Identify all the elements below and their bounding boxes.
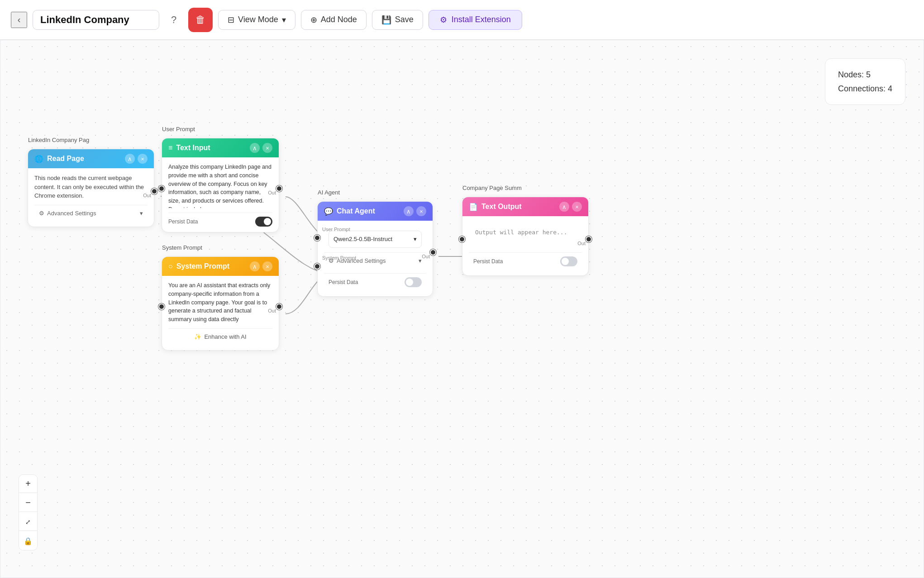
text-input-node-label: User Prompt <box>162 126 195 133</box>
connections-count: Connections: 4 <box>838 82 892 96</box>
model-select[interactable]: Qwen2.5-0.5B-Instruct ▾ <box>329 231 422 248</box>
delete-button[interactable]: 🗑 <box>188 8 213 32</box>
model-name: Qwen2.5-0.5B-Instruct <box>333 235 392 244</box>
system-prompt-header: ○ System Prompt ∧ × <box>162 257 279 276</box>
help-icon: ? <box>171 14 176 26</box>
text-output-close-btn[interactable]: × <box>572 202 582 212</box>
text-output-title: Text Output <box>481 203 522 211</box>
output-content: Output will appear here... <box>469 222 582 243</box>
text-input-out-label: Out <box>268 190 276 195</box>
system-prompt-close-btn[interactable]: × <box>262 261 272 271</box>
chevron-down-icon: ▾ <box>282 15 286 25</box>
system-prompt-collapse-btn[interactable]: ∧ <box>250 261 260 271</box>
text-output-header: 📄 Text Output ∧ × <box>462 197 588 216</box>
chat-agent-close-btn[interactable]: × <box>416 206 426 216</box>
stats-box: Nodes: 5 Connections: 4 <box>825 58 905 105</box>
advanced-settings-label: Advanced Settings <box>47 209 96 218</box>
system-prompt-out-label: Out <box>268 308 276 313</box>
text-input-collapse-btn[interactable]: ∧ <box>250 143 260 153</box>
read-page-advanced-settings[interactable]: ⚙ Advanced Settings ▾ <box>34 205 148 222</box>
save-label: Save <box>395 15 414 24</box>
text-output-collapse-btn[interactable]: ∧ <box>559 202 569 212</box>
chat-agent-out-connector[interactable] <box>430 249 436 256</box>
chat-agent-collapse-btn[interactable]: ∧ <box>404 206 414 216</box>
zoom-lock-button[interactable]: 🔒 <box>19 532 37 550</box>
system-prompt-title: System Prompt <box>176 262 229 270</box>
chevron-down-icon: ▾ <box>419 256 422 265</box>
text-output-out-connector[interactable] <box>586 236 592 242</box>
user-prompt-label: User Prompt <box>322 227 350 232</box>
zoom-fit-button[interactable]: ⤢ <box>19 513 37 531</box>
read-page-collapse-btn[interactable]: ∧ <box>125 154 135 164</box>
system-prompt-node-label: System Prompt <box>162 244 202 251</box>
topbar: ‹ ? 🗑 ⊟ View Mode ▾ ⊕ Add Node 💾 Save ⚙ … <box>0 0 924 40</box>
persist-data-label: Persist Data <box>329 278 358 286</box>
trash-icon: 🗑 <box>195 14 205 26</box>
read-page-out-connector[interactable] <box>151 188 157 194</box>
zoom-in-button[interactable]: + <box>19 475 37 493</box>
text-output-node-label: Company Page Summ <box>462 185 522 191</box>
text-input-out-connector[interactable] <box>276 185 282 192</box>
model-chevron-icon: ▾ <box>414 235 417 244</box>
persist-data-label: Persist Data <box>168 218 198 226</box>
save-icon: 💾 <box>381 15 391 25</box>
read-page-description: This node reads the current webpage cont… <box>34 174 148 200</box>
read-page-node-label: LinkedIn Company Pag <box>28 137 89 143</box>
install-label: Install Extension <box>452 15 511 24</box>
help-button[interactable]: ? <box>165 11 183 29</box>
chat-agent-out-label: Out <box>422 254 430 259</box>
text-input-node: User Prompt ≡ Text Input ∧ × Analyze thi… <box>162 138 279 232</box>
add-node-label: Add Node <box>321 15 357 24</box>
add-node-button[interactable]: ⊕ Add Node <box>301 10 367 30</box>
system-prompt-body[interactable]: You are an AI assistant that extracts on… <box>168 281 272 324</box>
persist-data-label: Persist Data <box>473 257 503 265</box>
system-prompt-out-connector[interactable] <box>276 303 282 310</box>
nodes-count: Nodes: 5 <box>838 68 892 82</box>
read-page-close-btn[interactable]: × <box>138 154 148 164</box>
gear-icon: ⚙ <box>440 15 447 25</box>
connections-svg <box>0 40 924 578</box>
globe-icon: 🌐 <box>34 155 43 163</box>
read-page-title: Read Page <box>47 155 84 163</box>
chat-agent-header: 💬 Chat Agent ∧ × <box>318 202 433 221</box>
chevron-down-icon: ▾ <box>140 209 143 218</box>
chat-agent-node: AI Agent 💬 Chat Agent ∧ × Qwen2.5-0.5B-I… <box>317 201 433 297</box>
view-mode-label: View Mode <box>238 15 278 24</box>
read-page-node: LinkedIn Company Pag 🌐 Read Page ∧ × Thi… <box>28 149 154 227</box>
settings-icon: ⚙ <box>39 209 44 218</box>
enhance-with-ai-button[interactable]: ✨ Enhance with AI <box>168 328 272 345</box>
system-prompt-connector-label: System Prompt <box>322 255 356 261</box>
chat-agent-node-label: AI Agent <box>318 189 340 196</box>
save-button[interactable]: 💾 Save <box>372 10 423 30</box>
chat-agent-title: Chat Agent <box>337 207 375 215</box>
plus-circle-icon: ⊕ <box>310 15 317 25</box>
workflow-canvas: Nodes: 5 Connections: 4 LinkedIn Company… <box>0 40 924 578</box>
text-input-in-connector[interactable] <box>158 185 165 192</box>
sparkle-icon: ✨ <box>194 332 201 341</box>
read-page-out-label: Out <box>143 193 151 198</box>
zoom-out-button[interactable]: − <box>19 494 37 512</box>
system-prompt-node: System Prompt ○ System Prompt ∧ × You ar… <box>162 256 279 351</box>
back-button[interactable]: ‹ <box>11 12 27 28</box>
text-icon: ≡ <box>168 144 172 152</box>
chat-icon: 💬 <box>324 207 333 216</box>
text-output-out-label: Out <box>577 241 586 246</box>
text-input-title: Text Input <box>176 144 210 152</box>
enhance-label: Enhance with AI <box>204 332 246 341</box>
chat-agent-persist-toggle[interactable] <box>405 277 422 287</box>
monitor-icon: ⊟ <box>228 15 234 25</box>
text-input-body[interactable]: Analyze this company LinkedIn page and p… <box>168 163 272 208</box>
chat-agent-system-prompt-in-connector[interactable] <box>314 263 320 270</box>
persist-data-toggle[interactable] <box>255 217 272 227</box>
zoom-controls: + − ⤢ 🔒 <box>19 474 38 550</box>
workflow-title-input[interactable] <box>33 10 159 30</box>
text-output-persist-toggle[interactable] <box>560 256 577 266</box>
text-input-close-btn[interactable]: × <box>262 143 272 153</box>
install-extension-button[interactable]: ⚙ Install Extension <box>429 10 522 30</box>
view-mode-button[interactable]: ⊟ View Mode ▾ <box>218 10 295 30</box>
text-output-node: Company Page Summ 📄 Text Output ∧ × Outp… <box>462 197 589 276</box>
read-page-header: 🌐 Read Page ∧ × <box>28 149 154 168</box>
document-icon: 📄 <box>469 203 478 211</box>
circle-icon: ○ <box>168 262 173 270</box>
text-input-header: ≡ Text Input ∧ × <box>162 138 279 157</box>
